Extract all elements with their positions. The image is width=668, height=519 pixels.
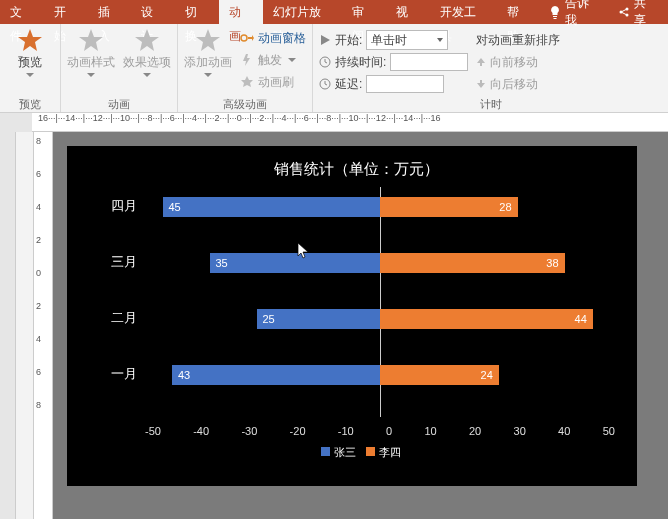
ruler-v-tick: 4 [36, 334, 41, 344]
delay-input[interactable] [366, 75, 444, 93]
svg-marker-3 [18, 29, 42, 51]
group-timing: 开始: 单击时 持续时间: 延迟: 对动画重 [313, 24, 668, 112]
effect-options-label: 效果选项 [123, 54, 171, 71]
tab-review[interactable]: 审阅 [342, 0, 386, 24]
chevron-down-icon [143, 73, 151, 77]
delay-icon [319, 78, 331, 90]
plot-area: -50-40-30-20-1001020304050 四月4528三月3538二… [145, 187, 615, 417]
chart[interactable]: 销售统计（单位：万元） -50-40-30-20-1001020304050 四… [89, 160, 623, 472]
chart-title: 销售统计（单位：万元） [89, 160, 623, 179]
start-select[interactable]: 单击时 [366, 30, 448, 50]
move-back-button[interactable]: 向后移动 [476, 74, 560, 94]
slide-canvas-wrap: 销售统计（单位：万元） -50-40-30-20-1001020304050 四… [53, 132, 668, 519]
tab-help[interactable]: 帮助 [497, 0, 541, 24]
group-preview: 预览 预览 [0, 24, 61, 112]
painter-icon [240, 75, 254, 89]
svg-marker-5 [135, 29, 159, 51]
bar-张三: 35 [210, 253, 381, 273]
legend: 张三李四 [89, 445, 623, 460]
tab-transitions[interactable]: 切换 [175, 0, 219, 24]
move-forward-button[interactable]: 向前移动 [476, 52, 560, 72]
preview-button[interactable]: 预览 [6, 28, 54, 77]
anim-pane-button[interactable]: 动画窗格 [240, 28, 306, 48]
outline-pane[interactable] [0, 132, 16, 519]
tab-view[interactable]: 视图 [386, 0, 430, 24]
add-anim-button[interactable]: 添加动画 [184, 28, 232, 77]
x-tick: 20 [469, 425, 481, 437]
group-animation: 动画样式 效果选项 动画 [61, 24, 178, 112]
share-button[interactable]: 共享 [608, 0, 668, 24]
chevron-down-icon [204, 73, 212, 77]
x-tick: -20 [290, 425, 306, 437]
x-axis: -50-40-30-20-1001020304050 [145, 425, 615, 437]
svg-marker-13 [477, 80, 485, 88]
ruler-horizontal: 16···|···14···|···12···|···10···|···8···… [32, 113, 668, 132]
tellme-button[interactable]: 告诉我 [541, 0, 609, 24]
ribbon-tabs: 文件 开始 插入 设计 切换 动画 幻灯片放映 审阅 视图 开发工具 帮助 告诉… [0, 0, 668, 24]
duration-label: 持续时间: [335, 54, 386, 71]
tab-slideshow[interactable]: 幻灯片放映 [263, 0, 342, 24]
bar-row: 三月3538 [145, 253, 615, 273]
chevron-down-icon [26, 73, 34, 77]
ruler-vertical: 864202468 [34, 132, 53, 519]
duration-input[interactable] [390, 53, 468, 71]
tab-home[interactable]: 开始 [44, 0, 88, 24]
group-anim-label: 动画 [108, 96, 130, 112]
anim-pane-label: 动画窗格 [258, 30, 306, 47]
slide[interactable]: 销售统计（单位：万元） -50-40-30-20-1001020304050 四… [67, 146, 637, 486]
play-icon [319, 34, 331, 46]
x-tick: -10 [338, 425, 354, 437]
tab-developer[interactable]: 开发工具 [430, 0, 498, 24]
trigger-button[interactable]: 触发 [240, 50, 306, 70]
delay-label: 延迟: [335, 76, 362, 93]
x-tick: 50 [603, 425, 615, 437]
tab-design[interactable]: 设计 [131, 0, 175, 24]
bar-李四: 28 [380, 197, 518, 217]
chevron-down-icon [288, 58, 296, 62]
ruler-v-tick: 2 [36, 235, 41, 245]
svg-marker-9 [321, 35, 330, 45]
group-timing-label: 计时 [480, 96, 502, 112]
x-tick: 40 [558, 425, 570, 437]
add-anim-label: 添加动画 [184, 54, 232, 71]
bar-row: 二月2544 [145, 309, 615, 329]
bar-张三: 43 [172, 365, 380, 385]
thumbnail-pane[interactable] [16, 132, 34, 519]
reorder-label: 对动画重新排序 [476, 32, 560, 49]
anim-painter-label: 动画刷 [258, 74, 294, 91]
group-preview-label: 预览 [19, 96, 41, 112]
bulb-icon [549, 5, 561, 19]
ruler-v-tick: 8 [36, 400, 41, 410]
ruler-v-tick: 6 [36, 169, 41, 179]
move-back-label: 向后移动 [490, 76, 538, 93]
category-label: 一月 [97, 365, 137, 383]
bar-row: 四月4528 [145, 197, 615, 217]
trigger-icon [240, 53, 254, 67]
tab-insert[interactable]: 插入 [88, 0, 132, 24]
group-advanced: 添加动画 动画窗格 触发 动画刷 高级动画 [178, 24, 313, 112]
anim-styles-button[interactable]: 动画样式 [67, 28, 115, 77]
ruler-v-tick: 6 [36, 367, 41, 377]
star-icon [133, 28, 161, 52]
x-tick: 0 [386, 425, 392, 437]
category-label: 四月 [97, 197, 137, 215]
arrow-down-icon [476, 79, 486, 89]
svg-marker-6 [196, 29, 220, 51]
tab-file[interactable]: 文件 [0, 0, 44, 24]
bar-row: 一月4324 [145, 365, 615, 385]
svg-point-7 [241, 35, 247, 41]
ruler-h-ticks: 16···|···14···|···12···|···10···|···8···… [38, 113, 668, 123]
ruler-v-tick: 2 [36, 301, 41, 311]
effect-options-button[interactable]: 效果选项 [123, 28, 171, 77]
x-tick: -50 [145, 425, 161, 437]
legend-swatch [366, 447, 375, 456]
pane-icon [240, 31, 254, 45]
anim-painter-button[interactable]: 动画刷 [240, 72, 306, 92]
tab-animations[interactable]: 动画 [219, 0, 263, 24]
ruler-v-tick: 8 [36, 136, 41, 146]
svg-marker-4 [79, 29, 103, 51]
star-icon [77, 28, 105, 52]
x-tick: 30 [514, 425, 526, 437]
group-advanced-label: 高级动画 [223, 96, 267, 112]
x-tick: 10 [424, 425, 436, 437]
